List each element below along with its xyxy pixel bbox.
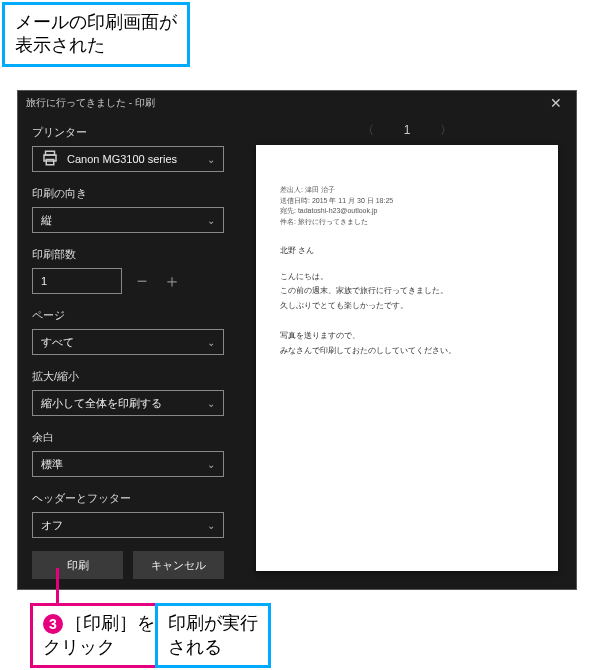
printer-label: プリンター bbox=[32, 125, 224, 140]
orientation-group: 印刷の向き 縦 ⌄ bbox=[32, 186, 224, 233]
preview-line: みなさんで印刷しておたのししていてください。 bbox=[280, 344, 534, 358]
preview-line: こんにちは。 bbox=[280, 270, 534, 284]
printer-group: プリンター Canon MG3100 series ⌄ bbox=[32, 125, 224, 172]
print-dialog: 旅行に行ってきました - 印刷 ✕ プリンター Canon MG3100 ser… bbox=[17, 90, 577, 590]
preview-body-2: 写真を送りますので、 みなさんで印刷しておたのししていてください。 bbox=[280, 329, 534, 358]
margin-label: 余白 bbox=[32, 430, 224, 445]
callout-bottom-right: 印刷が実行 される bbox=[155, 603, 271, 668]
close-icon[interactable]: ✕ bbox=[544, 95, 568, 111]
preview-date: 送信日時: 2015 年 11 月 30 日 18:25 bbox=[280, 196, 534, 207]
preview-to: 宛先: tadatoshi-h23@outlook.jp bbox=[280, 206, 534, 217]
chevron-down-icon: ⌄ bbox=[207, 337, 215, 348]
copies-input[interactable]: 1 bbox=[32, 268, 122, 294]
zoom-dropdown[interactable]: 縮小して全体を印刷する ⌄ bbox=[32, 390, 224, 416]
headerfooter-label: ヘッダーとフッター bbox=[32, 491, 224, 506]
margin-group: 余白 標準 ⌄ bbox=[32, 430, 224, 477]
leader-line bbox=[56, 568, 59, 604]
copies-group: 印刷部数 1 − ＋ bbox=[32, 247, 224, 294]
page-number: 1 bbox=[404, 123, 411, 137]
print-button[interactable]: 印刷 bbox=[32, 551, 123, 579]
cancel-button[interactable]: キャンセル bbox=[133, 551, 224, 579]
zoom-group: 拡大/縮小 縮小して全体を印刷する ⌄ bbox=[32, 369, 224, 416]
chevron-down-icon: ⌄ bbox=[207, 398, 215, 409]
preview-line: この前の週末、家族で旅行に行ってきました。 bbox=[280, 284, 534, 298]
preview-meta: 差出人: 津田 治子 送信日時: 2015 年 11 月 30 日 18:25 … bbox=[280, 185, 534, 227]
prev-page-icon[interactable]: 〈 bbox=[362, 122, 374, 139]
headerfooter-dropdown[interactable]: オフ ⌄ bbox=[32, 512, 224, 538]
preview-line: 写真を送りますので、 bbox=[280, 329, 534, 343]
headerfooter-value: オフ bbox=[41, 518, 63, 533]
increment-button[interactable]: ＋ bbox=[162, 269, 182, 293]
copies-value: 1 bbox=[41, 275, 47, 287]
page-pager: 〈 1 〉 bbox=[256, 115, 558, 145]
pages-value: すべて bbox=[41, 335, 74, 350]
zoom-label: 拡大/縮小 bbox=[32, 369, 224, 384]
zoom-value: 縮小して全体を印刷する bbox=[41, 396, 162, 411]
orientation-label: 印刷の向き bbox=[32, 186, 224, 201]
preview-line: 久しぶりでとても楽しかったです。 bbox=[280, 299, 534, 313]
preview-body-1: こんにちは。 この前の週末、家族で旅行に行ってきました。 久しぶりでとても楽しか… bbox=[280, 270, 534, 313]
dialog-buttons: 印刷 キャンセル bbox=[32, 545, 224, 579]
copies-label: 印刷部数 bbox=[32, 247, 224, 262]
preview-panel: 〈 1 〉 差出人: 津田 治子 送信日時: 2015 年 11 月 30 日 … bbox=[238, 115, 576, 589]
chevron-down-icon: ⌄ bbox=[207, 520, 215, 531]
print-options-panel: プリンター Canon MG3100 series ⌄ 印刷の向き 縦 ⌄ bbox=[18, 115, 238, 589]
chevron-down-icon: ⌄ bbox=[207, 154, 215, 165]
preview-subject: 件名: 旅行に行ってきました bbox=[280, 217, 534, 228]
chevron-down-icon: ⌄ bbox=[207, 215, 215, 226]
pages-dropdown[interactable]: すべて ⌄ bbox=[32, 329, 224, 355]
step-number-badge: 3 bbox=[43, 614, 63, 634]
pages-label: ページ bbox=[32, 308, 224, 323]
titlebar: 旅行に行ってきました - 印刷 ✕ bbox=[18, 91, 576, 115]
next-page-icon[interactable]: 〉 bbox=[440, 122, 452, 139]
orientation-value: 縦 bbox=[41, 213, 52, 228]
headerfooter-group: ヘッダーとフッター オフ ⌄ bbox=[32, 491, 224, 538]
callout-step-3: 3［印刷］を クリック bbox=[30, 603, 168, 668]
page-preview: 差出人: 津田 治子 送信日時: 2015 年 11 月 30 日 18:25 … bbox=[256, 145, 558, 571]
pages-group: ページ すべて ⌄ bbox=[32, 308, 224, 355]
preview-greeting: 北野 さん bbox=[280, 245, 534, 256]
callout-top: メールの印刷画面が 表示された bbox=[2, 2, 190, 67]
margin-dropdown[interactable]: 標準 ⌄ bbox=[32, 451, 224, 477]
dialog-title: 旅行に行ってきました - 印刷 bbox=[26, 96, 155, 110]
printer-icon bbox=[41, 149, 59, 169]
chevron-down-icon: ⌄ bbox=[207, 459, 215, 470]
orientation-dropdown[interactable]: 縦 ⌄ bbox=[32, 207, 224, 233]
decrement-button[interactable]: − bbox=[132, 271, 152, 292]
margin-value: 標準 bbox=[41, 457, 63, 472]
preview-sender: 差出人: 津田 治子 bbox=[280, 185, 534, 196]
printer-value: Canon MG3100 series bbox=[67, 153, 199, 165]
printer-dropdown[interactable]: Canon MG3100 series ⌄ bbox=[32, 146, 224, 172]
